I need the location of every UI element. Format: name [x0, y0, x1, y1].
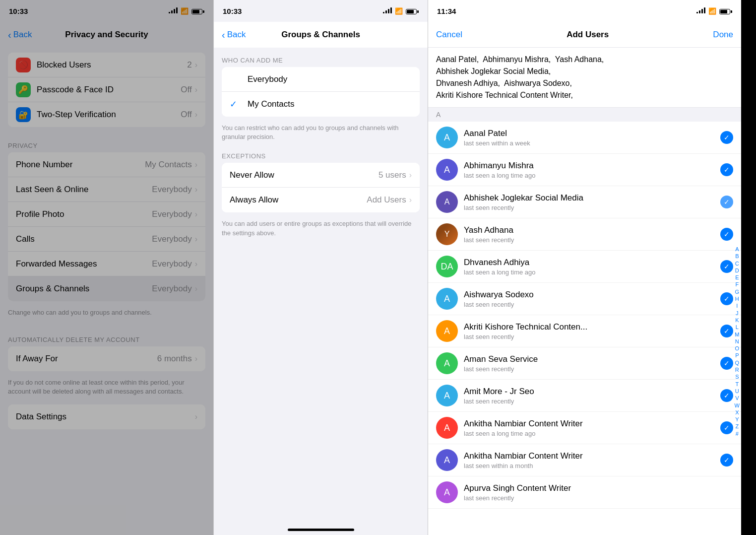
contact-name-aishwarya: Aishwarya Sodexo — [464, 290, 720, 300]
if-away-item[interactable]: If Away For 6 months › — [8, 346, 205, 371]
contact-name-ankitha1: Ankitha Nambiar Content Writer — [464, 419, 720, 429]
never-allow-chevron: › — [409, 171, 412, 180]
contact-name-aanal: Aanal Patel — [464, 129, 720, 138]
contact-name-yash: Yash Adhana — [464, 225, 720, 235]
blocked-users-icon: 🚫 — [16, 58, 31, 72]
alphabet-index[interactable]: A B C D E F G H I J K L M N O P Q R S T … — [735, 246, 741, 437]
contact-info-apurva: Apurva Singh Content Writer last seen re… — [464, 483, 733, 502]
last-seen-item[interactable]: Last Seen & Online Everybody › — [8, 177, 205, 202]
two-step-label: Two-Step Verification — [37, 110, 181, 120]
two-step-item[interactable]: 🔐 Two-Step Verification Off › — [8, 102, 205, 127]
contact-row-dhvanesh[interactable]: DA Dhvanesh Adhiya last seen a long time… — [428, 251, 741, 283]
avatar-ankitha2: A — [436, 449, 458, 471]
forwarded-messages-label: Forwarded Messages — [16, 259, 152, 269]
profile-photo-item[interactable]: Profile Photo Everybody › — [8, 202, 205, 227]
contact-status-aanal: last seen within a week — [464, 139, 720, 147]
status-icons-panel1: 📶 — [169, 7, 204, 15]
contact-row-amit[interactable]: A Amit More - Jr Seo last seen recently … — [428, 380, 741, 412]
contact-status-ankitha2: last seen within a month — [464, 462, 720, 469]
check-abhimanyu: ✓ — [720, 163, 733, 176]
contact-row-aman[interactable]: A Aman Seva Service last seen recently ✓ — [428, 347, 741, 380]
avatar-akriti: A — [436, 320, 458, 342]
last-seen-value: Everybody — [152, 185, 191, 195]
data-settings-chevron: › — [195, 412, 197, 421]
contact-row-ankitha2[interactable]: A Ankitha Nambiar Content Writer last se… — [428, 444, 741, 476]
contact-row-apurva[interactable]: A Apurva Singh Content Writer last seen … — [428, 476, 741, 509]
done-button[interactable]: Done — [713, 30, 733, 40]
always-allow-chevron: › — [409, 196, 412, 204]
check-ankitha1: ✓ — [720, 421, 733, 434]
everybody-option[interactable]: ✓ Everybody — [222, 67, 420, 92]
phone-number-item[interactable]: Phone Number My Contacts › — [8, 152, 205, 177]
cancel-button[interactable]: Cancel — [436, 30, 462, 40]
signal-icon-p2 — [383, 7, 392, 15]
check-abhishek: ✓ — [720, 196, 733, 208]
calls-item[interactable]: Calls Everybody › — [8, 227, 205, 252]
always-allow-item[interactable]: Always Allow Add Users › — [222, 188, 420, 212]
never-allow-item[interactable]: Never Allow 5 users › — [222, 163, 420, 188]
never-allow-value: 5 users — [378, 170, 406, 180]
contact-name-akriti: Akriti Kishore Technical Conten... — [464, 322, 720, 332]
contact-row-akriti[interactable]: A Akriti Kishore Technical Conten... las… — [428, 315, 741, 347]
blocked-users-label: Blocked Users — [37, 60, 187, 70]
contact-row-abhimanyu[interactable]: A Abhimanyu Mishra last seen a long time… — [428, 154, 741, 186]
wifi-icon-p2: 📶 — [395, 7, 403, 15]
groups-channels-label: Groups & Channels — [16, 284, 152, 294]
contact-row-yash[interactable]: Y Yash Adhana last seen recently ✓ — [428, 218, 741, 251]
phone-number-chevron: › — [195, 160, 197, 169]
contact-status-ankitha1: last seen a long time ago — [464, 430, 720, 437]
contact-info-aman: Aman Seva Service last seen recently — [464, 354, 720, 373]
battery-icon-p2 — [406, 7, 419, 15]
two-step-icon: 🔐 — [16, 107, 31, 122]
contact-status-apurva: last seen recently — [464, 494, 733, 502]
two-step-chevron: › — [195, 110, 197, 119]
nav-bar-panel3: Cancel Add Users Done — [428, 22, 741, 48]
blocked-users-item[interactable]: 🚫 Blocked Users 2 › — [8, 53, 205, 77]
spacer-p2-top — [214, 48, 428, 54]
phone-number-value: My Contacts — [145, 160, 191, 170]
selected-tags-area: Aanal Patel, Abhimanyu Mishra, Yash Adha… — [428, 48, 741, 108]
check-dhvanesh: ✓ — [720, 260, 733, 273]
contact-info-yash: Yash Adhana last seen recently — [464, 225, 720, 244]
avatar-ankitha1: A — [436, 417, 458, 439]
avatar-abhimanyu: A — [436, 159, 458, 181]
who-section-header: WHO CAN ADD ME — [214, 54, 428, 67]
contact-status-abhishek: last seen recently — [464, 204, 720, 211]
groups-channels-item[interactable]: Groups & Channels Everybody › — [8, 276, 205, 301]
nav-bar-panel1: ‹ Back Privacy and Security — [0, 22, 213, 48]
contact-status-akriti: last seen recently — [464, 333, 720, 340]
contact-name-abhishek: Abhishek Joglekar Social Media — [464, 193, 720, 203]
back-button-panel2[interactable]: ‹ Back — [222, 30, 246, 40]
contact-row-ankitha1[interactable]: A Ankitha Nambiar Content Writer last se… — [428, 412, 741, 444]
forwarded-messages-item[interactable]: Forwarded Messages Everybody › — [8, 252, 205, 276]
auto-delete-section-header: AUTOMATICALLY DELETE MY ACCOUNT — [0, 325, 213, 346]
panel-groups-channels: 10:33 📶 ‹ Back Gr — [213, 0, 428, 535]
avatar-amit: A — [436, 385, 458, 406]
avatar-abhishek: A — [436, 191, 458, 213]
contact-status-abhimanyu: last seen a long time ago — [464, 172, 720, 179]
data-settings-item[interactable]: Data Settings › — [8, 404, 205, 429]
passcode-faceid-item[interactable]: 🔑 Passcode & Face ID Off › — [8, 77, 205, 102]
contact-info-ankitha2: Ankitha Nambiar Content Writer last seen… — [464, 451, 720, 469]
last-seen-chevron: › — [195, 185, 197, 194]
spacer1 — [0, 48, 213, 53]
contact-list: A B C D E F G H I J K L M N O P Q R S T … — [428, 122, 741, 535]
contact-name-amit: Amit More - Jr Seo — [464, 387, 720, 397]
back-button-panel1[interactable]: ‹ Back — [8, 30, 32, 40]
contact-status-yash: last seen recently — [464, 236, 720, 244]
contact-name-dhvanesh: Dhvanesh Adhiya — [464, 258, 720, 268]
home-indicator-p2 — [214, 523, 428, 535]
contact-row-aishwarya[interactable]: A Aishwarya Sodexo last seen recently ✓ — [428, 283, 741, 315]
my-contacts-option[interactable]: ✓ My Contacts — [222, 92, 420, 117]
check-aman: ✓ — [720, 357, 733, 370]
contact-row-abhishek[interactable]: A Abhishek Joglekar Social Media last se… — [428, 186, 741, 218]
auto-delete-group: If Away For 6 months › — [8, 346, 205, 371]
always-allow-right: Add Users › — [367, 195, 412, 205]
time-panel1: 10:33 — [9, 7, 28, 15]
if-away-value: 6 months — [157, 354, 192, 364]
contact-row-aanal[interactable]: A Aanal Patel last seen within a week ✓ — [428, 122, 741, 154]
contact-status-dhvanesh: last seen a long time ago — [464, 268, 720, 276]
groups-footer: Change who can add you to groups and cha… — [0, 305, 213, 325]
always-allow-label: Always Allow — [230, 195, 278, 205]
status-icons-panel2: 📶 — [383, 7, 419, 15]
